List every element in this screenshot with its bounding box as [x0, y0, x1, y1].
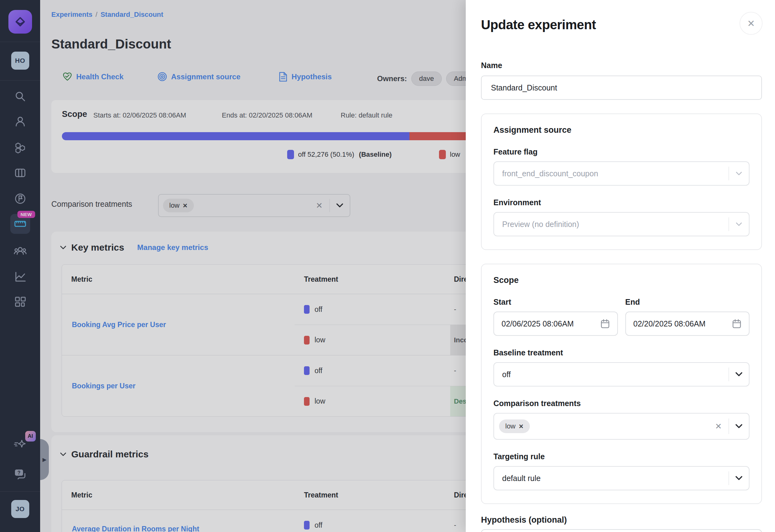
breadcrumb: Experiments/Standard_Discount — [51, 11, 163, 19]
page-title: Standard_Discount — [51, 37, 171, 52]
name-input[interactable] — [481, 76, 762, 100]
ai-badge: AI — [25, 431, 36, 442]
baseline-treatment-select[interactable]: off — [494, 362, 749, 386]
experiments-nav-active[interactable]: NEW — [10, 214, 30, 234]
metric-link[interactable]: Average Duration in Rooms per Night — [72, 525, 199, 532]
close-icon[interactable]: ✕ — [740, 12, 763, 35]
search-icon[interactable] — [10, 86, 30, 106]
scope-heading: Scope — [494, 275, 749, 285]
feature-flag-label: Feature flag — [494, 147, 749, 156]
environment-label: Environment — [494, 198, 749, 207]
hypothesis-textarea[interactable] — [481, 529, 762, 532]
scope-card: Scope Start 02/06/2025 08:06AM End 02/20… — [481, 264, 762, 504]
user-icon[interactable] — [10, 112, 30, 132]
metric-link[interactable]: Booking Avg Price per User — [72, 321, 166, 329]
comparison-treatments-label: Comparison treatments — [494, 399, 749, 408]
hypothesis-heading: Hypothesis (optional) — [481, 515, 762, 525]
chevron-down-icon[interactable] — [729, 424, 749, 428]
calendar-icon — [601, 319, 610, 329]
owners-label: Owners: — [377, 74, 407, 83]
dashboards-icon[interactable] — [10, 292, 30, 312]
audiences-icon[interactable] — [10, 241, 30, 261]
clear-selection-icon[interactable]: ✕ — [309, 201, 329, 210]
targeting-rule-select[interactable]: default rule — [494, 466, 749, 490]
scope-rule: Rule: default rule — [341, 111, 392, 119]
key-metrics-title: Key metrics — [71, 242, 124, 253]
collapse-chevron-icon[interactable] — [60, 452, 66, 456]
chevron-down-icon — [729, 222, 749, 226]
clear-selection-icon[interactable]: ✕ — [708, 422, 729, 431]
end-label: End — [625, 298, 750, 307]
health-check-link[interactable]: Health Check — [62, 72, 123, 82]
workspace-avatar[interactable]: HO — [11, 52, 29, 70]
comparison-treatments-select[interactable]: low✕ ✕ — [158, 194, 350, 217]
drawer-title: Update experiment — [481, 17, 762, 32]
owner-chip[interactable]: dave — [411, 72, 442, 86]
targeting-rule-label: Targeting rule — [494, 452, 749, 461]
help-chat-icon[interactable]: ? — [10, 465, 30, 484]
legend-item-low: low — [439, 150, 460, 159]
handle-arrow-icon: ▶ — [42, 456, 46, 463]
guardrail-metrics-title: Guardrail metrics — [71, 449, 148, 460]
legend-item-off: off 52,276 (50.1%) (Baseline) — [287, 150, 392, 159]
feature-flags-icon[interactable] — [10, 189, 30, 209]
hypothesis-link[interactable]: Hypothesis — [278, 72, 332, 82]
breadcrumb-experiments[interactable]: Experiments — [51, 11, 92, 18]
owners: Owners: dave Admin — [377, 72, 481, 86]
allocation-segment-off — [62, 132, 410, 140]
assignment-source-card: Assignment source Feature flag front_end… — [481, 113, 762, 250]
metric-link[interactable]: Bookings per User — [72, 382, 136, 390]
health-heart-icon — [62, 72, 72, 82]
columns-icon[interactable] — [10, 163, 30, 183]
sidebar: HO NEW — [0, 0, 40, 532]
chevron-down-icon[interactable] — [330, 203, 350, 208]
sidebar-divider — [0, 42, 40, 42]
sidebar-expand-handle[interactable]: ▶ — [40, 439, 49, 480]
sidebar-divider — [0, 491, 40, 492]
app-logo-icon[interactable] — [8, 10, 32, 34]
treatment-swatch-off — [304, 521, 309, 530]
legend-swatch-low — [439, 150, 446, 159]
breadcrumb-current[interactable]: Standard_Discount — [100, 11, 163, 18]
treatment-swatch-off — [304, 366, 309, 375]
baseline-treatment-label: Baseline treatment — [494, 348, 749, 357]
treatment-chip-low[interactable]: low✕ — [499, 419, 530, 433]
environment-select[interactable]: Preview (no definition) — [494, 212, 749, 236]
document-icon — [278, 72, 288, 82]
treatment-swatch-low — [304, 336, 309, 345]
breadcrumb-separator: / — [92, 11, 100, 18]
update-experiment-drawer: ✕ Update experiment Name Assignment sour… — [466, 0, 775, 532]
chip-remove-icon[interactable]: ✕ — [183, 202, 188, 209]
treatment-chip-low[interactable]: low✕ — [163, 199, 194, 212]
scope-starts-at: Starts at: 02/06/2025 08:06AM — [93, 111, 186, 119]
chip-remove-icon[interactable]: ✕ — [519, 423, 524, 430]
svg-text:?: ? — [17, 470, 21, 475]
feature-flag-select[interactable]: front_end_discount_coupon — [494, 161, 749, 186]
chevron-down-icon — [729, 172, 749, 175]
end-date-input[interactable]: 02/20/2025 08:06AM — [625, 312, 750, 336]
metrics-chart-icon[interactable] — [10, 267, 30, 287]
treatment-swatch-off — [304, 305, 309, 314]
start-date-input[interactable]: 02/06/2025 08:06AM — [494, 312, 618, 336]
chevron-down-icon[interactable] — [729, 372, 749, 377]
manage-key-metrics-link[interactable]: Manage key metrics — [137, 243, 208, 252]
ai-assistant-icon[interactable]: AI — [10, 435, 30, 455]
treatment-swatch-low — [304, 397, 309, 406]
sidebar-divider — [0, 80, 40, 81]
chevron-down-icon[interactable] — [729, 476, 749, 480]
calendar-icon — [732, 319, 741, 329]
scope-ends-at: Ends at: 02/20/2025 08:06AM — [222, 111, 312, 119]
name-label: Name — [481, 61, 762, 70]
app-window: HO NEW — [0, 0, 775, 532]
collapse-chevron-icon[interactable] — [60, 246, 66, 250]
comparison-treatments-select[interactable]: low✕ ✕ — [494, 413, 749, 440]
assignment-source-heading: Assignment source — [494, 125, 749, 135]
assignment-source-link[interactable]: Assignment source — [157, 72, 240, 82]
comparison-treatments-label: Comparison treatments — [51, 200, 132, 209]
segments-icon[interactable] — [10, 138, 30, 158]
new-badge: NEW — [17, 211, 35, 218]
legend-swatch-off — [287, 150, 294, 159]
target-icon — [157, 72, 167, 82]
scope-title: Scope — [62, 109, 87, 119]
user-avatar[interactable]: JO — [11, 500, 29, 518]
